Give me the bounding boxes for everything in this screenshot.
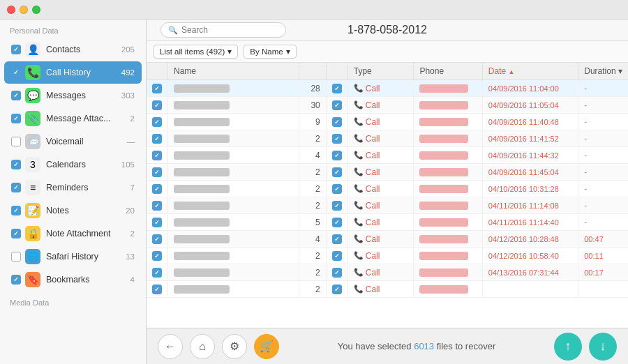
row-checkbox[interactable] [152,100,162,110]
row-checkbox2[interactable] [332,167,342,177]
table-row[interactable]: 4📞Call04/09/2016 11:44:32- [147,147,628,164]
row-checkbox2-cell[interactable] [326,97,347,114]
row-checkbox-cell[interactable] [147,147,168,164]
sidebar-item-messages[interactable]: 💬Messages303 [4,84,142,107]
sidebar-item-callhistory[interactable]: 📞Call History492 [4,61,142,84]
row-checkbox[interactable] [152,201,162,211]
download-button[interactable]: ↓ [589,333,617,361]
table-row[interactable]: 2📞Call04/10/2016 10:31:28- [147,181,628,197]
row-checkbox[interactable] [152,134,162,144]
row-checkbox2[interactable] [332,218,342,227]
row-checkbox[interactable] [152,268,162,278]
row-checkbox-cell[interactable] [147,214,168,231]
table-row[interactable]: 2📞Call [147,281,628,298]
row-checkbox2-cell[interactable] [326,80,347,97]
sidebar-item-calendars[interactable]: 3Calendars105 [4,153,142,176]
row-checkbox2-cell[interactable] [326,181,347,197]
row-checkbox2-cell[interactable] [326,197,347,214]
row-checkbox[interactable] [152,167,162,177]
row-checkbox2-cell[interactable] [326,114,347,130]
cart-button[interactable]: 🛒 [254,334,279,359]
sidebar-checkbox-contacts[interactable] [11,45,21,54]
export-button[interactable]: ↑ [554,333,582,361]
row-checkbox2-cell[interactable] [326,214,347,231]
row-checkbox2[interactable] [332,285,342,294]
sidebar-item-notes[interactable]: 📝Notes20 [4,199,142,222]
row-checkbox-cell[interactable] [147,130,168,147]
row-checkbox[interactable] [152,285,162,294]
th-duration[interactable]: Duration ▾ [578,63,628,80]
row-checkbox[interactable] [152,251,162,261]
sidebar-checkbox-notes[interactable] [11,206,21,215]
row-checkbox2[interactable] [332,234,342,244]
row-checkbox-cell[interactable] [147,248,168,264]
row-checkbox-cell[interactable] [147,97,168,114]
row-checkbox[interactable] [152,234,162,244]
row-checkbox2[interactable] [332,117,342,127]
back-button[interactable]: ← [158,334,183,359]
sidebar-checkbox-reminders[interactable] [11,183,21,192]
sidebar-checkbox-safari[interactable] [11,252,21,261]
row-checkbox2[interactable] [332,151,342,160]
row-checkbox2-cell[interactable] [326,130,347,147]
row-checkbox-cell[interactable] [147,231,168,248]
th-phone[interactable]: Phone [414,63,482,80]
settings-button[interactable]: ⚙ [222,334,247,359]
row-checkbox2[interactable] [332,100,342,110]
row-checkbox[interactable] [152,151,162,160]
table-row[interactable]: 4📞Call04/12/2016 10:28:4800:47 [147,231,628,248]
row-checkbox-cell[interactable] [147,164,168,181]
th-type[interactable]: Type [347,63,414,80]
table-row[interactable]: 9📞Call04/09/2016 11:40:48- [147,114,628,130]
sidebar-checkbox-calendars[interactable] [11,160,21,169]
th-name[interactable]: Name [168,63,299,80]
row-checkbox-cell[interactable] [147,264,168,281]
row-checkbox-cell[interactable] [147,80,168,97]
by-name-button[interactable]: By Name ▾ [244,45,296,59]
table-row[interactable]: 2📞Call04/12/2016 10:58:4000:11 [147,248,628,264]
row-checkbox2[interactable] [332,134,342,144]
row-checkbox-cell[interactable] [147,197,168,214]
row-checkbox2-cell[interactable] [326,264,347,281]
sidebar-checkbox-voicemail[interactable] [11,137,21,146]
table-row[interactable]: 5📞Call04/11/2016 11:14:40- [147,214,628,231]
row-checkbox2-cell[interactable] [326,147,347,164]
sidebar-item-safari[interactable]: 🌐Safari History13 [4,245,142,268]
close-button[interactable] [7,6,15,14]
row-checkbox2[interactable] [332,268,342,278]
table-row[interactable]: 30📞Call04/09/2016 11:05:04- [147,97,628,114]
row-checkbox-cell[interactable] [147,181,168,197]
search-input[interactable] [181,25,278,35]
table-row[interactable]: 2📞Call04/09/2016 11:45:04- [147,164,628,181]
sidebar-checkbox-messages[interactable] [11,91,21,100]
row-checkbox-cell[interactable] [147,114,168,130]
sidebar-checkbox-bookmarks[interactable] [11,275,21,285]
row-checkbox2-cell[interactable] [326,281,347,298]
row-checkbox2[interactable] [332,201,342,211]
sidebar-item-contacts[interactable]: 👤Contacts205 [4,38,142,61]
list-all-button[interactable]: List all items (492) ▾ [154,45,238,59]
sidebar-item-voicemail[interactable]: 📨Voicemail— [4,130,142,153]
table-row[interactable]: 2📞Call04/11/2016 11:14:08- [147,197,628,214]
table-row[interactable]: 2📞Call04/09/2016 11:41:52- [147,130,628,147]
sidebar-checkbox-callhistory[interactable] [11,68,21,77]
sidebar-checkbox-msgattach[interactable] [11,114,21,123]
search-box[interactable]: 🔍 [160,22,286,38]
row-checkbox[interactable] [152,84,162,93]
row-checkbox2[interactable] [332,251,342,261]
row-checkbox2[interactable] [332,184,342,194]
sidebar-item-reminders[interactable]: ≡Reminders7 [4,176,142,199]
maximize-button[interactable] [32,6,40,14]
row-checkbox[interactable] [152,184,162,194]
row-checkbox[interactable] [152,117,162,127]
sidebar-item-noteattach[interactable]: 🔒Note Attachment2 [4,222,142,245]
row-checkbox-cell[interactable] [147,281,168,298]
row-checkbox2[interactable] [332,84,342,93]
sidebar-item-bookmarks[interactable]: 🔖Bookmarks4 [4,268,142,291]
sidebar-item-msgattach[interactable]: 📎Message Attac...2 [4,107,142,130]
row-checkbox2-cell[interactable] [326,164,347,181]
minimize-button[interactable] [20,6,28,14]
table-row[interactable]: 2📞Call04/13/2016 07:31:4400:17 [147,264,628,281]
row-checkbox2-cell[interactable] [326,231,347,248]
sidebar-checkbox-noteattach[interactable] [11,229,21,238]
